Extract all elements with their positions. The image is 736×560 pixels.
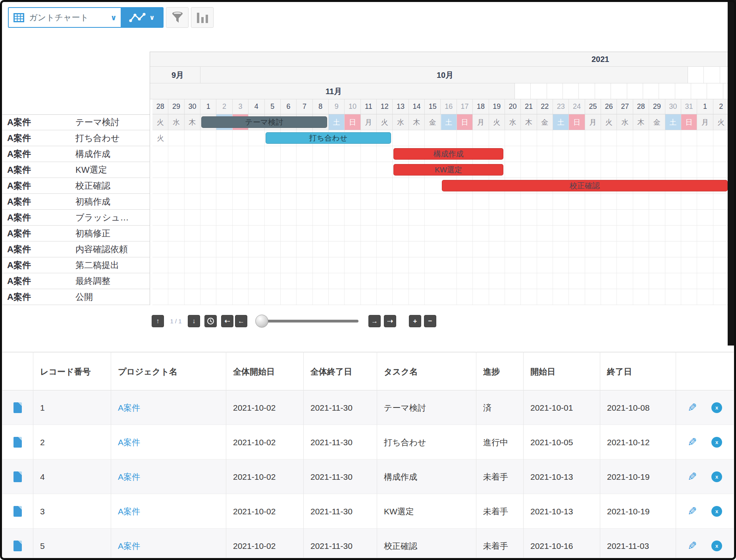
cell-end: 2021-10-19 [607,494,649,529]
delete-circle-icon[interactable]: x [711,506,722,517]
weekday-cell: 火 [152,130,168,146]
gantt-grid-row [152,226,729,241]
task-project-label: A案件 [7,180,31,192]
weekday-cell: 日 [681,114,697,130]
day-number-cell: 18 [473,99,489,114]
chart-view-button[interactable]: ∨ [121,8,163,27]
gantt-grid-row [152,289,729,305]
cell-project-link[interactable]: A案件 [118,425,140,460]
right-edge-band [728,0,736,346]
edit-pencil-icon[interactable]: ✎ [688,469,697,485]
table-column-divider [33,352,33,558]
view-select-current[interactable]: ガントチャート ∨ [9,8,121,27]
day-number-cell: 2 [216,99,232,114]
day-number-cell: 12 [377,99,393,114]
timeline-scrollbar[interactable] [262,320,358,322]
jump-right-button[interactable]: ⇢ [384,315,396,327]
timeline-year-row: 2021 [150,52,729,67]
timeline-month-row-2: 11月 [150,83,729,99]
cell-project-link[interactable]: A案件 [118,494,140,529]
cell-task: 打ち合わせ [384,425,426,460]
day-number-cell: 29 [649,99,665,114]
task-name-label: 最終調整 [75,275,110,287]
cell-overall_end: 2021-11-30 [310,390,353,425]
gantt-bar[interactable]: KW選定 [393,164,503,176]
cell-task: テーマ検討 [384,390,426,425]
table-col-header: 全体開始日 [233,352,275,391]
gantt-bar[interactable]: 構成作成 [393,148,503,160]
month-label-september: 9月 [171,70,184,80]
jump-left-button[interactable]: ⇠ [221,315,233,327]
cell-overall_end: 2021-11-30 [310,460,353,494]
table-column-divider [523,352,524,558]
gantt-task-row: A案件公開 [2,289,150,305]
day-number-cell: 19 [489,99,505,114]
cell-project-link[interactable]: A案件 [118,529,140,558]
edit-pencil-icon[interactable]: ✎ [688,400,697,416]
bar-chart-button[interactable] [191,7,214,28]
cell-progress: 未着手 [483,460,508,494]
timeline-scrollbar-handle[interactable] [255,315,268,328]
edit-pencil-icon[interactable]: ✎ [688,434,697,450]
month-label-november: 11月 [326,86,342,97]
day-number-cell: 27 [617,99,633,114]
cell-record: 5 [40,529,45,558]
edit-pencil-icon[interactable]: ✎ [688,538,697,554]
cell-project-link[interactable]: A案件 [118,390,140,425]
table-col-header: 開始日 [530,352,555,391]
delete-circle-icon[interactable]: x [711,541,722,551]
delete-circle-icon[interactable]: x [711,437,722,448]
cell-overall_end: 2021-11-30 [310,425,353,460]
weekday-cell: 土 [665,114,681,130]
page-down-button[interactable]: ↓ [188,315,200,327]
weekday-cell: 金 [649,114,665,130]
cell-end: 2021-10-12 [607,425,649,460]
zoom-in-button[interactable]: + [409,315,421,327]
cell-start: 2021-10-13 [530,460,573,494]
task-name-label: 内容確認依頼 [75,243,128,255]
year-label: 2021 [591,55,609,64]
day-number-cell: 31 [681,99,697,114]
table-col-header: 終了日 [607,352,632,391]
zoom-out-button[interactable]: − [424,315,436,327]
gantt-bar[interactable]: 校正確認 [442,180,728,191]
step-right-button[interactable]: → [368,315,381,327]
weekday-cell: 土 [441,114,457,130]
cell-project-link[interactable]: A案件 [118,460,140,494]
bar-chart-icon [197,12,208,23]
day-number-cell: 17 [457,99,473,114]
cell-start: 2021-10-05 [530,425,573,460]
page-up-button[interactable]: ↑ [152,315,164,327]
weekday-cell: 火 [377,114,393,130]
task-name-label: 第二稿提出 [75,259,119,271]
record-document-icon[interactable] [13,402,22,413]
cell-task: 構成作成 [384,460,417,494]
weekday-cell: 火 [489,114,505,130]
gantt-bar[interactable]: 打ち合わせ [266,132,391,144]
table-column-divider [600,352,600,558]
record-document-icon[interactable] [13,506,22,517]
delete-circle-icon[interactable]: x [711,471,722,482]
record-document-icon[interactable] [13,541,22,551]
task-project-label: A案件 [7,291,31,303]
gantt-task-row: A案件校正確認 [2,178,150,194]
gantt-task-row: A案件ブラッシュ… [2,210,150,226]
cell-record: 4 [40,460,45,494]
gantt-bar[interactable]: テーマ検討 [201,116,327,128]
edit-pencil-icon[interactable]: ✎ [688,504,697,519]
task-name-label: ブラッシュ… [75,212,129,224]
cell-overall_end: 2021-11-30 [310,529,353,558]
task-name-label: 初稿作成 [75,196,110,208]
filter-button[interactable] [166,7,189,28]
view-select-dropdown[interactable]: ガントチャート ∨ ∨ [8,7,164,28]
cell-record: 1 [40,390,45,425]
cell-end: 2021-10-19 [607,460,649,494]
day-number-cell: 6 [281,99,297,114]
record-document-icon[interactable] [13,437,22,448]
delete-circle-icon[interactable]: x [711,402,722,413]
record-document-icon[interactable] [13,471,22,482]
step-left-button[interactable]: ← [235,315,247,327]
task-name-label: 初稿修正 [75,228,110,239]
time-scale-button[interactable] [204,315,217,327]
day-number-cell: 1 [697,99,713,114]
